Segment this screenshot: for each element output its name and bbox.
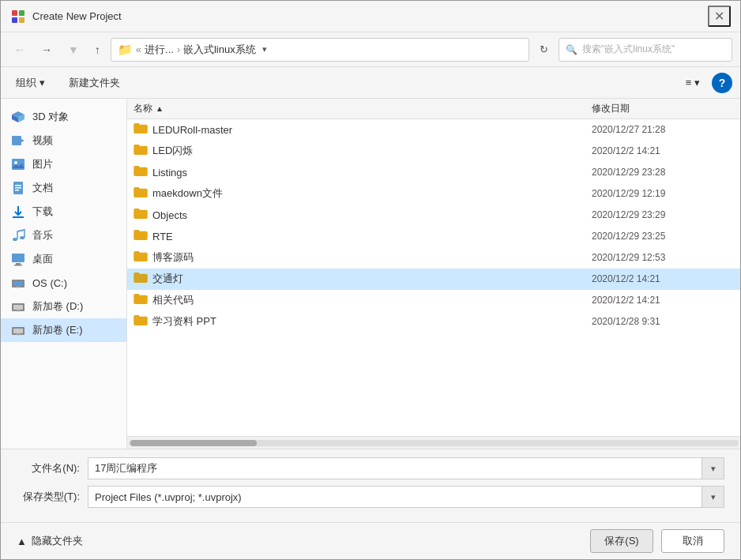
- bottom-form: 文件名(N): ▾ 保存类型(T): Project Files (*.uvpr…: [1, 449, 740, 522]
- sidebar-item-video[interactable]: 视频: [1, 129, 126, 152]
- filetype-label: 保存类型(T):: [17, 490, 88, 504]
- help-button[interactable]: ?: [712, 73, 732, 93]
- dialog-title: Create New Project: [32, 10, 122, 22]
- hscroll-thumb: [130, 440, 257, 446]
- horizontal-scrollbar[interactable]: [127, 436, 740, 449]
- filename-input[interactable]: [88, 457, 702, 479]
- file-list: LEDURoll-master 2020/12/27 21:28 LED闪烁 2…: [127, 119, 740, 436]
- os-icon: [10, 275, 26, 291]
- title-left: Create New Project: [10, 9, 122, 24]
- svg-point-17: [13, 238, 17, 241]
- nav-toolbar: ← → ▼ ↑ 📁 « 进行... › 嵌入式linux系统 ▾ ↻ 🔍 搜索"…: [1, 32, 740, 67]
- path-bar[interactable]: 📁 « 进行... › 嵌入式linux系统 ▾: [111, 38, 529, 62]
- svg-rect-30: [13, 329, 23, 333]
- svg-rect-27: [13, 305, 23, 310]
- filetype-value: Project Files (*.uvproj; *.uvprojx): [95, 491, 242, 503]
- drived-icon: [10, 299, 26, 314]
- table-row[interactable]: maekdown文件 2020/12/29 12:19: [127, 183, 740, 205]
- drivee-icon: [10, 322, 26, 338]
- filetype-select[interactable]: Project Files (*.uvproj; *.uvprojx): [88, 486, 702, 508]
- hide-folder-label: 隐藏文件夹: [32, 534, 83, 548]
- table-row[interactable]: 相关代码 2020/12/2 14:21: [127, 290, 740, 311]
- svg-point-25: [16, 287, 21, 288]
- folder-icon: [134, 122, 148, 137]
- sidebar-label-drivee: 新加卷 (E:): [32, 323, 83, 337]
- svg-rect-2: [12, 17, 17, 23]
- path-label2: 嵌入式linux系统: [183, 43, 256, 57]
- file-name-text: RTE: [152, 231, 173, 242]
- new-folder-button[interactable]: 新建文件夹: [62, 72, 127, 94]
- filetype-dropdown[interactable]: ▾: [702, 486, 724, 508]
- table-row[interactable]: LED闪烁 2020/12/2 14:21: [127, 141, 740, 162]
- action-right: ≡ ▾ ?: [680, 73, 732, 93]
- forward-button[interactable]: →: [36, 40, 58, 59]
- svg-rect-21: [16, 263, 21, 265]
- table-row[interactable]: 博客源码 2020/12/29 12:53: [127, 247, 740, 269]
- table-row[interactable]: Listings 2020/12/29 23:28: [127, 162, 740, 183]
- sidebar: 3D 对象 视频 图片 文档: [1, 99, 127, 449]
- svg-rect-7: [12, 136, 21, 145]
- svg-rect-24: [13, 281, 23, 286]
- svg-point-28: [16, 310, 21, 312]
- column-name[interactable]: 名称 ▲: [134, 102, 592, 115]
- file-name-text: Listings: [152, 167, 187, 179]
- sidebar-item-desktop[interactable]: 桌面: [1, 247, 126, 271]
- desktop-icon: [10, 251, 26, 267]
- table-row[interactable]: LEDURoll-master 2020/12/27 21:28: [127, 119, 740, 141]
- up-button[interactable]: ↑: [89, 40, 106, 59]
- file-name-text: LED闪烁: [152, 144, 193, 158]
- download-icon: [10, 204, 26, 220]
- sidebar-item-document[interactable]: 文档: [1, 176, 126, 200]
- svg-marker-8: [21, 139, 24, 142]
- refresh-button[interactable]: ↻: [534, 40, 554, 58]
- svg-rect-0: [12, 10, 17, 16]
- close-button[interactable]: ✕: [708, 6, 731, 27]
- table-row[interactable]: RTE 2020/12/29 23:25: [127, 226, 740, 247]
- file-date: 2020/12/29 12:53: [592, 252, 734, 263]
- 3d-icon: [10, 109, 26, 125]
- sort-icon: ▲: [156, 104, 164, 113]
- sidebar-label-desktop: 桌面: [32, 252, 53, 266]
- file-list-header: 名称 ▲ 修改日期: [127, 99, 740, 119]
- file-date: 2020/12/2 14:21: [592, 273, 734, 284]
- sidebar-item-music[interactable]: 音乐: [1, 224, 126, 247]
- file-date: 2020/12/2 14:21: [592, 295, 734, 306]
- hscroll-track: [129, 440, 739, 446]
- sidebar-label-download: 下载: [32, 205, 53, 219]
- music-icon: [10, 227, 26, 243]
- svg-rect-13: [15, 185, 21, 186]
- sidebar-item-download[interactable]: 下载: [1, 200, 126, 224]
- document-icon: [10, 180, 26, 196]
- cancel-button[interactable]: 取消: [661, 529, 724, 553]
- table-row[interactable]: 交通灯 2020/12/2 14:21: [127, 269, 740, 290]
- column-date[interactable]: 修改日期: [592, 102, 734, 115]
- file-list-container: 名称 ▲ 修改日期 LEDURoll-master 2020/12/27 21:…: [127, 99, 740, 449]
- table-row[interactable]: 学习资料 PPT 2020/12/28 9:31: [127, 311, 740, 333]
- sidebar-label-os: OS (C:): [32, 277, 67, 289]
- table-row[interactable]: Objects 2020/12/29 23:29: [127, 205, 740, 226]
- up-dropdown-button[interactable]: ▼: [62, 40, 85, 59]
- back-button[interactable]: ←: [9, 40, 31, 59]
- sidebar-item-drivee[interactable]: 新加卷 (E:): [1, 318, 126, 342]
- sidebar-item-drived[interactable]: 新加卷 (D:): [1, 295, 126, 318]
- footer-buttons: 保存(S) 取消: [590, 529, 724, 553]
- filename-dropdown[interactable]: ▾: [702, 457, 724, 479]
- svg-line-19: [17, 230, 24, 231]
- path-dropdown-button[interactable]: ▾: [259, 43, 270, 56]
- sidebar-item-os[interactable]: OS (C:): [1, 271, 126, 295]
- picture-icon: [10, 156, 26, 172]
- sidebar-item-3d[interactable]: 3D 对象: [1, 105, 126, 129]
- file-date: 2020/12/28 9:31: [592, 316, 734, 327]
- folder-icon: [134, 314, 148, 329]
- hide-folder-toggle[interactable]: ▲ 隐藏文件夹: [17, 534, 83, 548]
- save-button[interactable]: 保存(S): [590, 529, 653, 553]
- folder-icon: [134, 272, 148, 286]
- search-bar[interactable]: 🔍 搜索"嵌入式linux系统": [559, 38, 732, 62]
- organize-button[interactable]: 组织 ▾: [9, 72, 52, 94]
- folder-icon: [134, 186, 148, 201]
- svg-point-18: [20, 236, 24, 239]
- file-date: 2020/12/2 14:21: [592, 145, 734, 156]
- view-button[interactable]: ≡ ▾: [680, 73, 705, 92]
- sidebar-item-picture[interactable]: 图片: [1, 152, 126, 176]
- sidebar-label-video: 视频: [32, 133, 53, 148]
